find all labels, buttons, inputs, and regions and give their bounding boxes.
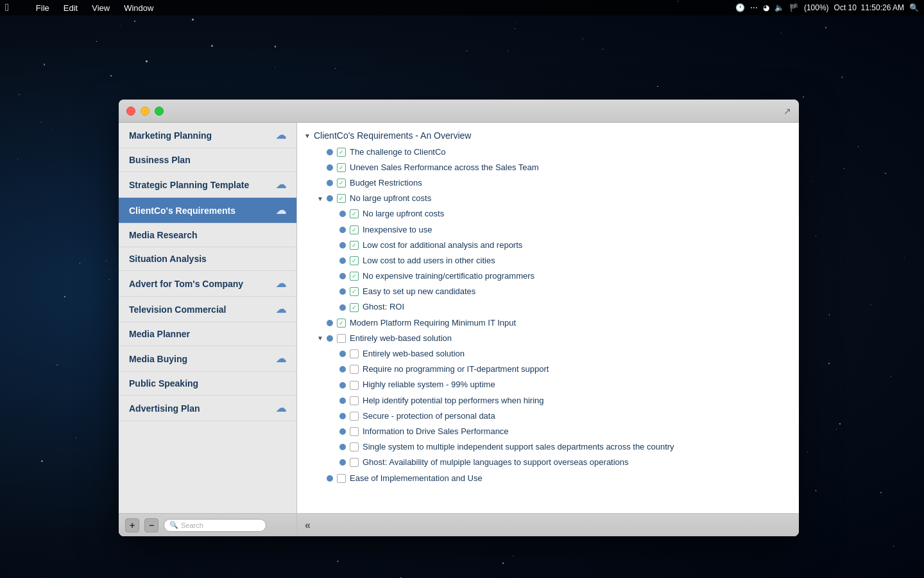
checkbox[interactable] <box>337 148 346 157</box>
bullet-dot <box>339 413 346 419</box>
checkbox[interactable] <box>337 179 346 188</box>
outline-item: Single system to multiple independent su… <box>297 439 799 455</box>
outline-item-text: Low cost for additional analysis and rep… <box>363 240 522 251</box>
outline-item-text: Low cost to add users in other cities <box>363 255 495 267</box>
menu-edit[interactable]: Edit <box>61 3 80 13</box>
menubar-right: 🕐 ⋅⋅⋅ ◕ 🔈 🏴 (100%) Oct 10 11:50:26 AM 🔍 <box>735 3 919 12</box>
checkbox[interactable] <box>350 287 359 296</box>
apple-logo-icon[interactable]:  <box>5 2 9 13</box>
sidebar-item[interactable]: Strategic Planning Template☁ <box>119 172 296 198</box>
sidebar-item[interactable]: Marketing Planning☁ <box>119 123 296 148</box>
menu-window[interactable]: Window <box>121 3 156 13</box>
checkbox[interactable] <box>350 272 359 281</box>
outline-item: ▼ClientCo's Requirements - An Overview <box>297 128 799 144</box>
sync-icon: ☁ <box>276 277 286 290</box>
outline-item: ▼Entirely web-based solution <box>297 331 799 346</box>
sidebar-item[interactable]: ClientCo's Requirements☁ <box>119 198 296 223</box>
outline-item: Help identify potential top performers w… <box>297 393 799 408</box>
checkbox[interactable] <box>350 241 359 250</box>
bullet-dot <box>339 242 346 249</box>
bullet-dot <box>339 428 346 435</box>
collapse-sidebar-button[interactable]: « <box>305 520 311 531</box>
content-area: ▼ClientCo's Requirements - An OverviewTh… <box>297 123 799 513</box>
sidebar: Marketing Planning☁Business PlanStrategi… <box>119 123 297 513</box>
add-item-button[interactable]: + <box>125 518 139 532</box>
outline-item-text: Entirely web-based solution <box>363 348 465 360</box>
toggle-button[interactable]: ▼ <box>315 333 325 344</box>
bullet-dot <box>339 211 346 217</box>
flag-icon: 🏴 <box>789 3 799 12</box>
checkbox[interactable] <box>350 427 359 436</box>
sidebar-item[interactable]: Media Buying☁ <box>119 346 296 372</box>
outline-item-text: Secure - protection of personal data <box>363 410 495 422</box>
bullet-dot <box>327 149 333 155</box>
toggle-button[interactable]: ▼ <box>315 193 325 204</box>
checkbox[interactable] <box>350 225 359 234</box>
checkbox[interactable] <box>350 256 359 265</box>
checkbox[interactable] <box>350 458 359 467</box>
remove-item-button[interactable]: − <box>144 518 158 532</box>
expand-icon[interactable]: ↗ <box>783 106 791 116</box>
menu-view[interactable]: View <box>89 3 112 13</box>
content-bottom-bar: « <box>297 513 799 536</box>
outline-item: ▼No large upfront costs <box>297 191 799 206</box>
checkbox[interactable] <box>350 442 359 451</box>
sidebar-item[interactable]: Advert for Tom's Company☁ <box>119 271 296 297</box>
outline-item-text: Entirely web-based solution <box>350 333 452 344</box>
sync-icon: ☁ <box>276 179 286 191</box>
sidebar-item[interactable]: Public Speaking <box>119 372 296 396</box>
sidebar-item-label: Media Buying <box>129 354 187 364</box>
bullet-dot <box>327 475 333 482</box>
menubar-left:  File Edit View Window <box>5 2 156 13</box>
menu-file[interactable]: File <box>33 3 52 13</box>
outline-item: Ghost: ROI <box>297 299 799 315</box>
sidebar-item[interactable]: Media Planner <box>119 322 296 346</box>
checkbox[interactable] <box>350 209 359 218</box>
checkbox[interactable] <box>350 303 359 312</box>
checkbox[interactable] <box>337 194 346 203</box>
checkbox[interactable] <box>350 381 359 390</box>
outline-item: Easy to set up new candidates <box>297 284 799 299</box>
checkbox[interactable] <box>350 412 359 421</box>
checkbox[interactable] <box>337 474 346 483</box>
sidebar-item[interactable]: Situation Analysis <box>119 247 296 271</box>
sidebar-item-label: Public Speaking <box>129 378 198 389</box>
search-input[interactable]: 🔍 Search <box>164 519 266 532</box>
outline-item: Ghost: Availability of mulpiple language… <box>297 455 799 470</box>
outline-item: No large upfront costs <box>297 206 799 222</box>
outline-item-text: Require no programming or IT-department … <box>363 363 549 375</box>
sidebar-item-label: Television Commercial <box>129 304 226 315</box>
checkbox[interactable] <box>337 319 346 328</box>
checkbox[interactable] <box>337 163 346 172</box>
bullet-dot <box>339 288 346 295</box>
checkbox[interactable] <box>350 349 359 358</box>
bullet-dot <box>339 227 346 233</box>
bullet-dot <box>339 273 346 279</box>
close-button[interactable] <box>126 107 135 116</box>
outline-item-text: Modern Platform Requiring Minimum IT Inp… <box>350 317 516 329</box>
sidebar-item[interactable]: Advertising Plan☁ <box>119 396 296 421</box>
sidebar-item[interactable]: Business Plan <box>119 148 296 172</box>
outline-item: Highly reliable system - 99% uptime <box>297 377 799 392</box>
checkbox[interactable] <box>337 334 346 343</box>
checkbox[interactable] <box>350 396 359 405</box>
sidebar-item[interactable]: Media Research <box>119 223 296 247</box>
outline-item-text: Ghost: ROI <box>363 301 404 313</box>
sync-icon: ☁ <box>276 303 286 315</box>
app-window: ↗ Marketing Planning☁Business PlanStrate… <box>119 100 799 536</box>
search-icon[interactable]: 🔍 <box>909 3 919 12</box>
outline-item: Uneven Sales Rerformance across the Sale… <box>297 160 799 175</box>
sidebar-item-label: Strategic Planning Template <box>129 180 249 190</box>
outline-item-text: Highly reliable system - 99% uptime <box>363 379 495 390</box>
sync-icon: ☁ <box>276 402 286 414</box>
minimize-button[interactable] <box>141 107 150 116</box>
outline-item: The challenge to ClientCo <box>297 144 799 160</box>
toggle-button[interactable]: ▼ <box>302 131 312 141</box>
sidebar-item[interactable]: Television Commercial☁ <box>119 297 296 322</box>
outline-item-text: No large upfront costs <box>350 193 431 204</box>
wifi-icon: ◕ <box>763 3 769 12</box>
maximize-button[interactable] <box>155 107 164 116</box>
bullet-dot <box>339 398 346 404</box>
checkbox[interactable] <box>350 365 359 374</box>
outline-item: Inexpensive to use <box>297 222 799 238</box>
